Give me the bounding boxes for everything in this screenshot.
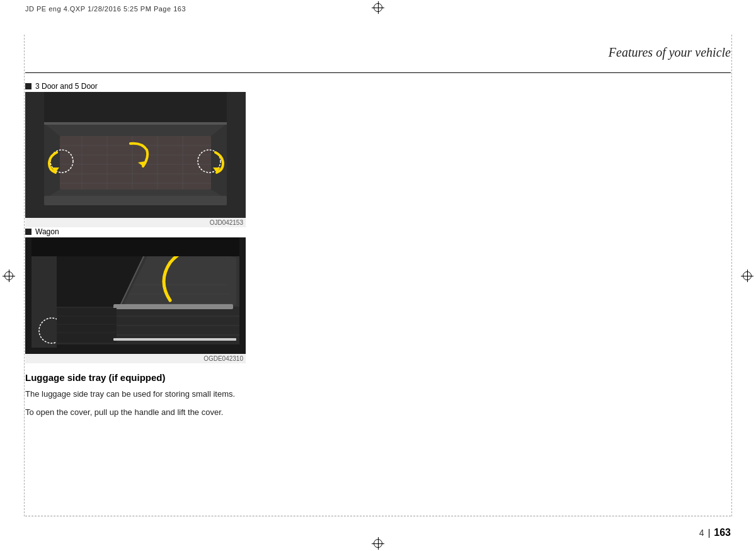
crosshair-bottom	[372, 537, 384, 550]
page-number-area: 4 | 163	[699, 527, 731, 538]
svg-rect-19	[44, 92, 227, 125]
car-trunk-image-2	[25, 237, 246, 354]
text-content: Luggage side tray (if equipped) The lugg…	[25, 372, 258, 419]
section-title: Features of your vehicle	[609, 45, 731, 60]
page-separator: |	[708, 528, 711, 538]
svg-rect-26	[32, 256, 57, 348]
bottom-dashed-rule	[25, 516, 731, 516]
right-dashed-border	[731, 35, 732, 516]
image-ref-2: OGDE042310	[25, 354, 246, 363]
svg-rect-39	[32, 237, 239, 256]
crosshair-top	[372, 1, 384, 14]
chapter-number: 4	[699, 528, 704, 538]
left-dashed-border	[24, 35, 25, 516]
image-label-text-2: Wagon	[35, 227, 59, 236]
svg-rect-13	[44, 196, 227, 205]
content-paragraph-1: The luggage side tray can be used for st…	[25, 388, 258, 401]
image-label-1: 3 Door and 5 Door	[25, 82, 246, 91]
content-area: 3 Door and 5 Door	[25, 82, 340, 424]
svg-rect-34	[57, 308, 117, 343]
label-square-1	[25, 83, 32, 89]
crosshair-right	[741, 270, 753, 282]
file-info: JD PE eng 4.QXP 1/28/2016 5:25 PM Page 1…	[25, 5, 186, 13]
page-number: 163	[714, 527, 731, 538]
image-section-1: 3 Door and 5 Door	[25, 82, 246, 227]
svg-rect-20	[44, 122, 227, 125]
image-label-2: Wagon	[25, 227, 246, 236]
car-trunk-image-1	[25, 92, 246, 218]
svg-rect-38	[113, 338, 236, 341]
label-square-2	[25, 229, 32, 235]
svg-rect-31	[113, 304, 233, 309]
image-label-text-1: 3 Door and 5 Door	[35, 82, 98, 91]
top-rule	[25, 72, 731, 73]
crosshair-left	[3, 270, 15, 282]
content-heading: Luggage side tray (if equipped)	[25, 372, 258, 383]
content-paragraph-2: To open the cover, pull up the handle an…	[25, 406, 258, 419]
image-section-2: Wagon	[25, 227, 246, 363]
image-ref-1: OJD042153	[25, 218, 246, 227]
